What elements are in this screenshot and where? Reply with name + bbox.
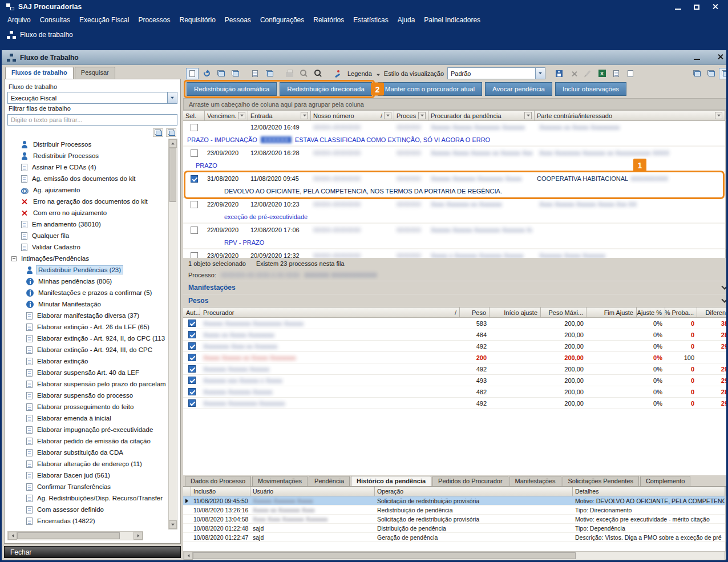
edit-icon[interactable] — [581, 68, 594, 79]
column-header-ajuste[interactable]: Ajuste % — [637, 308, 665, 317]
menu-item[interactable]: Pessoas — [220, 15, 256, 25]
bottom-tab[interactable]: Movimentações — [252, 476, 308, 486]
scroll-right-icon[interactable] — [725, 552, 728, 560]
row-checkbox[interactable] — [191, 201, 198, 208]
peso-checkbox[interactable] — [188, 399, 196, 407]
bottom-tab[interactable]: Pendência — [309, 476, 350, 486]
tab-fluxos-de-trabalho[interactable]: Fluxos de trabalho — [5, 67, 74, 79]
collapse-all-icon[interactable] — [166, 128, 176, 137]
chevron-down-icon[interactable] — [167, 92, 177, 103]
scroll-up-icon[interactable] — [169, 139, 177, 148]
search-icon[interactable] — [312, 68, 324, 79]
peso-checkbox[interactable] — [188, 342, 196, 350]
column-header-peso[interactable]: Peso — [460, 308, 490, 317]
print-icon[interactable] — [283, 68, 296, 79]
tree-item[interactable]: Erro na geração dos documentos do kit — [7, 196, 168, 207]
column-header-fim-ajuste[interactable]: Fim Ajuste — [587, 308, 637, 317]
menu-item[interactable]: Configurações — [256, 15, 309, 25]
menu-item[interactable]: Estatísticas — [349, 15, 393, 25]
peso-checkbox[interactable] — [188, 365, 196, 373]
pendencia-row[interactable]: 22/09/2020 12/08/2020 10:23 00000-000000… — [183, 198, 725, 224]
peso-row[interactable]: Xxxxxxx Xxxxxxxxx Xxxxxxxx 492 200,00 0%… — [183, 398, 728, 409]
tree-item[interactable]: Elaborar Bacen jud (561) — [7, 470, 168, 481]
column-header-sel[interactable]: Sel. — [183, 111, 205, 120]
column-header-diferenca[interactable]: Diferen... — [697, 308, 728, 317]
flow-select[interactable]: Execução Fiscal — [7, 92, 177, 104]
tree-item[interactable]: Elaborar manifestação diversa (37) — [7, 310, 168, 321]
pendencia-row[interactable]: 23/09/2020 12/08/2020 16:28 00000-000000… — [183, 147, 725, 172]
column-header-entrada[interactable]: Entrada — [248, 111, 311, 120]
column-header-aut[interactable]: Aut... — [183, 308, 200, 317]
scroll-right-icon[interactable] — [134, 532, 143, 540]
bottom-tab[interactable]: Manifestações — [509, 476, 561, 486]
historico-row[interactable]: 10/08/2020 13:26:16 Xxxxx xx Xxxxxxx Xxx… — [183, 506, 725, 515]
tree-collapse-icon[interactable] — [11, 256, 17, 261]
tree-item[interactable]: Elaborar emenda à inicial — [7, 413, 168, 424]
tree-vertical-scrollbar[interactable] — [168, 139, 177, 529]
grid-vertical-scrollbar[interactable] — [725, 110, 728, 258]
row-checkbox[interactable] — [191, 124, 198, 131]
expand-all-icon[interactable] — [153, 128, 163, 137]
tree-item[interactable]: Intimações/Pendências — [7, 253, 168, 264]
tree-item[interactable]: Elaborar extinção - Art. 924, II, do CPC… — [7, 333, 168, 344]
peso-row[interactable]: Xxxxxxx xxx Xxxxxx x Xxxxx 493 200,00 0%… — [183, 375, 728, 386]
pendencia-row[interactable]: 22/09/2020 12/08/2020 17:06 00000-000000… — [183, 224, 725, 249]
filter-dropdown-icon[interactable] — [715, 112, 722, 119]
tree-item[interactable]: Validar Cadastro — [7, 241, 168, 253]
peso-row[interactable]: Xxxxxxx Xxxxxx Xxxxxx 492 200,00 0% 0 29… — [183, 363, 728, 375]
bottom-tab[interactable]: Dados do Processo — [185, 476, 251, 486]
column-header-procurador[interactable]: Procurador/ — [200, 308, 460, 317]
filter-input[interactable] — [7, 114, 177, 126]
tab-pesquisar[interactable]: Pesquisar — [75, 67, 115, 79]
legend-dropdown-icon[interactable] — [376, 68, 381, 79]
close-panel-icon[interactable] — [723, 476, 728, 486]
tree-item[interactable]: Elaborar alteração de endereço (11) — [7, 458, 168, 470]
menu-item[interactable]: Consultas — [35, 15, 75, 25]
report-icon[interactable] — [610, 68, 622, 79]
pendencia-row[interactable]: 31/08/2020 11/08/2020 09:45 00000-000000… — [183, 172, 725, 198]
peso-checkbox[interactable] — [188, 388, 196, 395]
fechar-button[interactable]: Fechar — [4, 546, 181, 558]
style-combo[interactable]: Padrão — [447, 67, 545, 79]
column-header-vencimento[interactable]: Vencimen... — [205, 111, 248, 120]
scroll-down-icon[interactable] — [169, 520, 177, 529]
column-header-detalhes[interactable]: Detalhes — [573, 487, 725, 496]
bottom-tab[interactable]: Complemento — [640, 476, 690, 486]
bottom-tab[interactable]: Histórico da pendência — [351, 476, 431, 486]
chevron-down-icon[interactable] — [722, 296, 728, 302]
minimize-button[interactable] — [675, 2, 681, 12]
tree-item[interactable]: Elaborar extinção - Art. 924, III, do CP… — [7, 344, 168, 355]
legend-label[interactable]: Legenda — [347, 70, 372, 77]
tree-item[interactable]: Manifestações e prazos a confirmar (5) — [7, 287, 168, 298]
peso-checkbox[interactable] — [188, 331, 196, 338]
legend-icon[interactable] — [331, 68, 344, 79]
tree-item[interactable]: Ag. ajuizamento — [7, 184, 168, 196]
section-pesos[interactable]: Pesos — [183, 294, 728, 307]
tree-item[interactable]: Assinar PI e CDAs (4) — [7, 161, 168, 173]
menu-item[interactable]: Requisitório — [175, 15, 220, 25]
bottom-horizontal-scrollbar[interactable] — [183, 551, 728, 560]
scroll-down-icon[interactable] — [726, 542, 728, 551]
notes-icon[interactable] — [624, 68, 637, 79]
tree-item[interactable]: Elaborar suspensão do processo — [7, 390, 168, 401]
tree-item[interactable]: Encerradas (14822) — [7, 515, 168, 527]
chevron-down-icon[interactable] — [722, 283, 728, 289]
maximize-button[interactable] — [694, 2, 699, 12]
column-header-nosso-numero[interactable]: Nosso número/ — [311, 111, 394, 120]
row-checkbox[interactable] — [191, 149, 198, 157]
group-by-bar[interactable]: Arraste um cabeçalho de coluna aqui para… — [183, 98, 728, 110]
save-icon[interactable] — [553, 68, 565, 79]
pendencia-row[interactable]: 23/09/2020 20/09/2020 12:32 00000-000000… — [183, 249, 725, 258]
redistribuicao-automatica-button[interactable]: Redistribuição automática — [187, 82, 277, 96]
peso-row[interactable]: Xxxxxxxx Xxxx xx Xxxxxxx 492 200,00 0% 0… — [183, 341, 728, 352]
tree-item[interactable]: Elaborar prosseguimento do feito — [7, 401, 168, 413]
tree-item[interactable]: Ag. emissão dos documentos do kit — [7, 173, 168, 184]
scroll-down-icon[interactable] — [726, 249, 728, 257]
peso-row[interactable]: Xxxxx Xxxxxx xx Xxxxx Xxxxxxxx 200 200,0… — [183, 352, 728, 363]
peso-checkbox[interactable] — [188, 320, 196, 327]
tree-item[interactable]: Qualquer fila — [7, 230, 168, 241]
historico-row[interactable]: 11/08/2020 09:45:50 Xxxxxx Xxxxxxx Xxxxx… — [183, 496, 725, 506]
peso-row[interactable]: Xxxxx xx Xxxxx Xxxxxxxx 484 200,00 0% 0 … — [183, 329, 728, 341]
column-header-usuario[interactable]: Usuário — [250, 487, 375, 496]
historico-row[interactable]: 10/08/2020 01:22:47 sajd Geração de pend… — [183, 533, 725, 542]
